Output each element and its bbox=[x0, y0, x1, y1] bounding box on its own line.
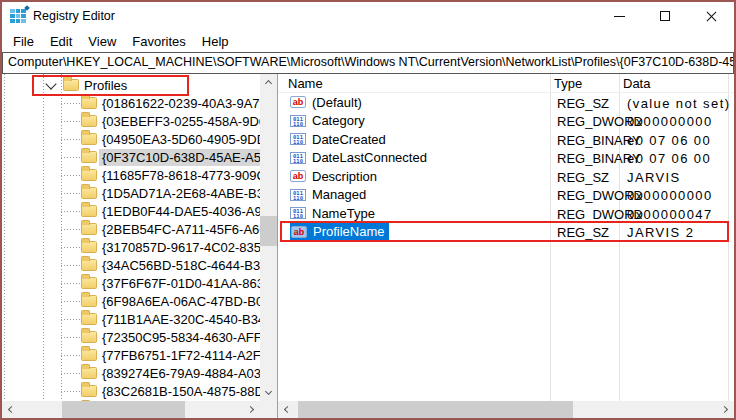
column-header-name[interactable]: Name bbox=[288, 76, 323, 91]
tree-item-guid[interactable]: {1EDB0F44-DAE5-4036-A97 bbox=[2, 202, 260, 220]
registry-editor-icon bbox=[10, 9, 26, 23]
registry-value-row[interactable]: abProfileNameREG_SZJARVIS 2 bbox=[278, 223, 734, 242]
menu-item-help[interactable]: Help bbox=[194, 34, 237, 49]
menu-item-file[interactable]: File bbox=[5, 34, 42, 49]
scroll-left-button[interactable] bbox=[2, 401, 19, 418]
value-name-label: DateLastConnected bbox=[312, 150, 427, 165]
registry-value-row[interactable]: ab(Default)REG_SZ(value not set) bbox=[278, 93, 734, 112]
value-name-label: Description bbox=[312, 169, 377, 184]
scroll-right-button[interactable] bbox=[717, 401, 734, 418]
tree-pane: Profiles{01861622-0239-40A3-9A79{03EBEFF… bbox=[2, 74, 278, 418]
tree-item-label: {11685F78-8618-4773-909C- bbox=[99, 167, 260, 184]
binary-value-icon: 011110 bbox=[290, 152, 306, 164]
folder-icon bbox=[81, 331, 97, 343]
binary-value-icon: 011110 bbox=[290, 207, 306, 219]
window-controls bbox=[596, 2, 734, 30]
folder-icon bbox=[81, 241, 97, 253]
menu-item-view[interactable]: View bbox=[80, 34, 124, 49]
registry-value-row[interactable]: 011110NameTypeREG_DWORD0x00000047 bbox=[278, 204, 734, 223]
values-pane: Name Type Data ab(Default)REG_SZ(value n… bbox=[278, 74, 734, 418]
column-header-type[interactable]: Type bbox=[554, 76, 582, 91]
registry-value-row[interactable]: abDescriptionREG_SZJARVIS bbox=[278, 167, 734, 186]
tree-item-guid[interactable]: {3170857D-9617-4C02-835E bbox=[2, 238, 260, 256]
registry-value-row[interactable]: 011110ManagedREG_DWORD0x00000000 bbox=[278, 186, 734, 205]
maximize-icon bbox=[660, 11, 670, 21]
tree-connector bbox=[61, 355, 81, 356]
scroll-right-button[interactable] bbox=[243, 401, 260, 418]
close-icon bbox=[706, 11, 717, 22]
folder-icon bbox=[81, 259, 97, 271]
scroll-down-button[interactable] bbox=[260, 384, 277, 401]
scroll-up-button[interactable] bbox=[260, 74, 277, 91]
tree-vertical-scrollbar[interactable] bbox=[260, 74, 277, 401]
tree-item-guid[interactable]: {1D5AD71A-2E68-4ABE-B31 bbox=[2, 184, 260, 202]
registry-value-row[interactable]: 011110DateCreatedREG_BINARYe0 07 06 00 bbox=[278, 130, 734, 149]
string-value-icon: ab bbox=[290, 96, 306, 108]
tree-connector bbox=[61, 301, 81, 302]
registry-value-row[interactable]: 011110DateLastConnectedREG_BINARYe0 07 0… bbox=[278, 149, 734, 168]
value-name-cell: 011110DateLastConnected bbox=[290, 149, 427, 168]
value-name-cell: 011110NameType bbox=[290, 204, 375, 223]
column-header-data[interactable]: Data bbox=[623, 76, 650, 91]
value-name-cell: abProfileName bbox=[290, 223, 389, 242]
tree-connector bbox=[61, 103, 81, 104]
registry-value-row[interactable]: 011110CategoryREG_DWORD0x00000000 bbox=[278, 112, 734, 131]
tree-horizontal-scrollbar[interactable] bbox=[2, 401, 260, 418]
tree-item-label: {04950EA3-5D60-4905-9DD bbox=[99, 131, 260, 148]
tree-item-profiles[interactable]: Profiles bbox=[2, 76, 260, 94]
chevron-left-icon bbox=[8, 406, 15, 413]
tree-connector bbox=[61, 319, 81, 320]
tree-item-label: {1EDB0F44-DAE5-4036-A97 bbox=[99, 203, 260, 220]
maximize-button[interactable] bbox=[642, 2, 688, 30]
value-name-cell: ab(Default) bbox=[290, 93, 362, 112]
tree-item-guid[interactable]: {83C2681B-150A-4875-88D2 bbox=[2, 382, 260, 400]
scroll-left-button[interactable] bbox=[278, 401, 295, 418]
tree-item-guid[interactable]: {2BEB54FC-A711-45F6-A6C bbox=[2, 220, 260, 238]
value-name-label: ProfileName bbox=[313, 224, 385, 239]
tree-item-guid[interactable]: {04950EA3-5D60-4905-9DD bbox=[2, 130, 260, 148]
folder-icon bbox=[81, 277, 97, 289]
title-bar: Registry Editor bbox=[2, 2, 734, 30]
tree-item-guid[interactable]: {711B1AAE-320C-4540-B34 bbox=[2, 310, 260, 328]
scrollbar-thumb[interactable] bbox=[260, 216, 277, 246]
tree-item-guid[interactable]: {839274E6-79A9-4884-A038 bbox=[2, 364, 260, 382]
menu-item-edit[interactable]: Edit bbox=[42, 34, 80, 49]
menu-item-favorites[interactable]: Favorites bbox=[124, 34, 193, 49]
tree-item-label: {3170857D-9617-4C02-835E bbox=[99, 239, 260, 256]
value-name-cell: 011110Managed bbox=[290, 186, 366, 205]
tree-item-guid[interactable]: {11685F78-8618-4773-909C- bbox=[2, 166, 260, 184]
tree-connector bbox=[61, 247, 81, 248]
folder-icon bbox=[81, 223, 97, 235]
expanded-chevron-icon[interactable] bbox=[45, 78, 56, 89]
selected-highlight: abProfileName bbox=[290, 223, 389, 240]
tree-connector bbox=[61, 193, 81, 194]
tree-item-guid[interactable]: {0F37C10D-638D-45AE-A5D bbox=[2, 148, 260, 166]
value-data-label: 0x00000000 bbox=[627, 114, 713, 129]
registry-tree: Profiles{01861622-0239-40A3-9A79{03EBEFF… bbox=[2, 74, 260, 401]
menu-bar: FileEditViewFavoritesHelp bbox=[2, 30, 734, 52]
tree-item-guid[interactable]: {03EBEFF3-0255-458A-9D67 bbox=[2, 112, 260, 130]
folder-icon bbox=[81, 115, 97, 127]
tree-item-guid[interactable]: {01861622-0239-40A3-9A79 bbox=[2, 94, 260, 112]
tree-item-label: {2BEB54FC-A711-45F6-A6C bbox=[99, 221, 260, 238]
minimize-icon bbox=[614, 16, 625, 17]
value-data-label: 0x00000000 bbox=[627, 188, 713, 203]
close-button[interactable] bbox=[688, 2, 734, 30]
tree-item-guid[interactable]: {34AC56BD-518C-4644-B37 bbox=[2, 256, 260, 274]
list-horizontal-scrollbar[interactable] bbox=[278, 401, 734, 418]
tree-item-guid[interactable]: {6F98A6EA-06AC-47BD-B09 bbox=[2, 292, 260, 310]
tree-item-guid[interactable]: {37F6F67F-01D0-41AA-8633 bbox=[2, 274, 260, 292]
scrollbar-thumb[interactable] bbox=[62, 401, 185, 418]
tree-item-label: Profiles bbox=[81, 77, 130, 94]
folder-icon bbox=[81, 151, 97, 163]
value-name-label: Category bbox=[312, 113, 365, 128]
scrollbar-thumb[interactable] bbox=[298, 401, 573, 418]
tree-item-guid[interactable]: {72350C95-5834-4630-AFF0 bbox=[2, 328, 260, 346]
minimize-button[interactable] bbox=[596, 2, 642, 30]
tree-item-guid[interactable]: {77FB6751-1F72-4114-A2F4 bbox=[2, 346, 260, 364]
address-bar[interactable]: Computer\HKEY_LOCAL_MACHINE\SOFTWARE\Mic… bbox=[2, 52, 734, 74]
tree-connector bbox=[61, 229, 81, 230]
binary-value-icon: 011110 bbox=[290, 115, 306, 127]
chevron-up-icon bbox=[265, 80, 272, 87]
folder-icon bbox=[81, 187, 97, 199]
